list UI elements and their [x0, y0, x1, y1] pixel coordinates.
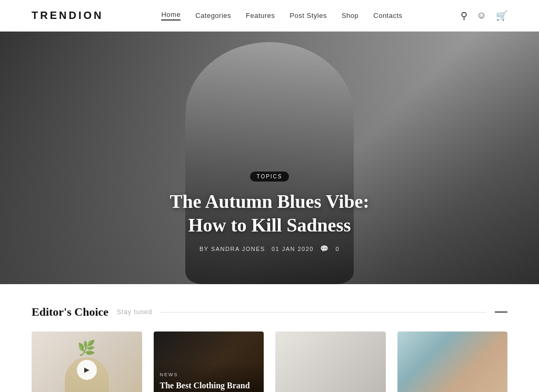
hero-title: The Autumn Blues Vibe:How to Kill Sadnes… — [169, 190, 369, 237]
nav-categories[interactable]: Categories — [195, 12, 231, 19]
card-2-overlay-title[interactable]: The Best Clothing Brand Commercial — [160, 380, 258, 392]
card-1: ▶ NEWS Trending Photos on the Internet t… — [32, 331, 142, 392]
user-icon[interactable]: ☺ — [477, 10, 486, 21]
card-3-image — [275, 331, 386, 392]
hero-section: TOPICS The Autumn Blues Vibe:How to Kill… — [0, 32, 539, 284]
card-2: NEWS The Best Clothing Brand Commercial — [154, 331, 264, 392]
editors-choice-subtitle: Stay tuned — [117, 308, 152, 316]
nav-post-styles[interactable]: Post Styles — [290, 12, 327, 19]
editors-choice-section: Editor's Choice Stay tuned ▶ NEWS Trendi… — [0, 284, 539, 392]
card-2-image-wrapper[interactable]: NEWS The Best Clothing Brand Commercial — [154, 331, 264, 392]
nav-features[interactable]: Features — [246, 12, 275, 19]
nav-shop[interactable]: Shop — [342, 12, 358, 19]
card-4-image — [397, 331, 508, 392]
nav-contacts[interactable]: Contacts — [373, 12, 402, 19]
hero-comments: 0 — [335, 246, 340, 252]
site-header: TRENDION Home Categories Features Post S… — [0, 0, 539, 32]
cards-grid: ▶ NEWS Trending Photos on the Internet t… — [32, 331, 507, 392]
nav-home[interactable]: Home — [161, 11, 181, 21]
editors-divider — [161, 312, 486, 313]
hero-date: 01 JAN 2020 — [272, 246, 314, 252]
editors-choice-title: Editor's Choice — [32, 305, 108, 319]
card-2-overlay-badge: NEWS — [160, 372, 258, 377]
card-3: NEWS New Advertisement Agencies in Europ… — [275, 331, 386, 392]
hero-author: BY SANDRA JONES — [199, 246, 265, 252]
comment-icon: 💬 — [320, 245, 330, 253]
card-1-image-wrapper[interactable]: ▶ — [32, 331, 142, 392]
cart-icon[interactable]: 🛒 — [496, 10, 507, 22]
play-button[interactable]: ▶ — [77, 360, 97, 380]
editors-header: Editor's Choice Stay tuned — [32, 305, 507, 319]
card-4-image-wrapper[interactable] — [397, 331, 508, 392]
card-3-image-wrapper[interactable] — [275, 331, 386, 392]
hero-meta: BY SANDRA JONES 01 JAN 2020 💬 0 — [169, 245, 369, 253]
header-icons: ⚲ ☺ 🛒 — [461, 10, 507, 22]
hero-badge[interactable]: TOPICS — [250, 172, 288, 182]
card-4: NEWS Simple Rules of Happy and Healthy L… — [397, 331, 508, 392]
main-nav: Home Categories Features Post Styles Sho… — [161, 11, 402, 21]
card-2-overlay: NEWS The Best Clothing Brand Commercial — [154, 331, 264, 392]
hero-content: TOPICS The Autumn Blues Vibe:How to Kill… — [169, 171, 369, 284]
editors-dash — [495, 311, 507, 313]
search-icon[interactable]: ⚲ — [461, 10, 467, 22]
site-logo[interactable]: TRENDION — [32, 9, 103, 22]
